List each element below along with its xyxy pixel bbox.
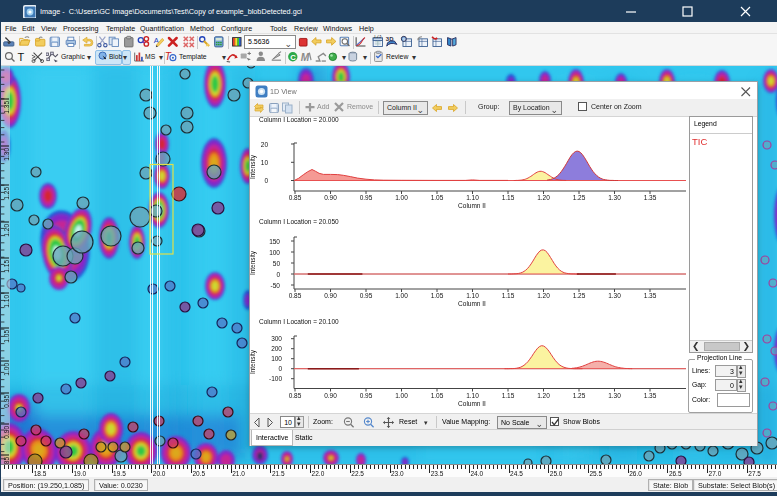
svg-text:1.05: 1.05 xyxy=(3,330,10,343)
svg-text:1.00: 1.00 xyxy=(395,194,408,201)
svg-text:Intensity: Intensity xyxy=(250,154,257,179)
svg-text:1.35: 1.35 xyxy=(644,194,657,201)
svg-text:200: 200 xyxy=(271,345,282,352)
svg-text:50: 50 xyxy=(273,260,281,267)
svg-text:Column I Location = 20.100: Column I Location = 20.100 xyxy=(259,318,339,325)
svg-text:1.10: 1.10 xyxy=(3,295,10,308)
svg-text:1.30: 1.30 xyxy=(608,194,621,201)
svg-text:0.90: 0.90 xyxy=(324,292,337,299)
svg-text:0.95: 0.95 xyxy=(360,194,373,201)
svg-text:Column II: Column II xyxy=(458,400,486,407)
svg-text:1.05: 1.05 xyxy=(431,392,444,399)
svg-text:T: T xyxy=(165,51,172,62)
svg-text:M: M xyxy=(301,52,310,63)
svg-text:Intensity: Intensity xyxy=(250,349,257,374)
svg-text:1.25: 1.25 xyxy=(573,292,586,299)
svg-text:Column I Location = 20.000: Column I Location = 20.000 xyxy=(259,117,339,123)
svg-text:0.85: 0.85 xyxy=(289,292,302,299)
svg-text:Column II: Column II xyxy=(458,202,486,209)
svg-text:1.30: 1.30 xyxy=(608,392,621,399)
svg-text:1.00: 1.00 xyxy=(395,292,408,299)
svg-text:0.95: 0.95 xyxy=(360,292,373,299)
svg-text:1.00: 1.00 xyxy=(3,363,10,376)
svg-text:1.30: 1.30 xyxy=(3,148,10,161)
svg-text:20: 20 xyxy=(261,141,269,148)
svg-text:1.20: 1.20 xyxy=(3,224,10,237)
svg-text:0.85: 0.85 xyxy=(289,194,302,201)
svg-text:1.25: 1.25 xyxy=(573,392,586,399)
svg-text:0.90: 0.90 xyxy=(324,392,337,399)
svg-text:1.05: 1.05 xyxy=(431,194,444,201)
svg-text:C: C xyxy=(290,53,296,62)
svg-text:0.85: 0.85 xyxy=(289,392,302,399)
svg-text:Column II: Column II xyxy=(458,300,486,307)
svg-text:1.25: 1.25 xyxy=(3,187,10,200)
svg-text:1.35: 1.35 xyxy=(644,292,657,299)
svg-text:0.95: 0.95 xyxy=(3,395,10,408)
svg-text:1.35: 1.35 xyxy=(644,392,657,399)
svg-text:1.15: 1.15 xyxy=(502,194,515,201)
svg-text:1.05: 1.05 xyxy=(431,292,444,299)
svg-text:1.20: 1.20 xyxy=(537,194,550,201)
svg-text:100: 100 xyxy=(269,249,280,256)
svg-text:-100: -100 xyxy=(269,375,282,382)
svg-text:1.15: 1.15 xyxy=(502,292,515,299)
svg-text:123: 123 xyxy=(374,35,382,39)
svg-text:0: 0 xyxy=(278,365,282,372)
svg-text:1.35: 1.35 xyxy=(3,101,10,114)
svg-text:1.20: 1.20 xyxy=(537,392,550,399)
svg-text:0: 0 xyxy=(276,271,280,278)
svg-text:100: 100 xyxy=(271,355,282,362)
svg-text:300: 300 xyxy=(271,335,282,342)
svg-text:0.90: 0.90 xyxy=(324,194,337,201)
svg-text:1.30: 1.30 xyxy=(608,292,621,299)
svg-text:1.00: 1.00 xyxy=(395,392,408,399)
svg-text:1.10: 1.10 xyxy=(466,194,479,201)
svg-text:0.95: 0.95 xyxy=(360,392,373,399)
svg-text:150: 150 xyxy=(269,238,280,245)
svg-text:10: 10 xyxy=(261,159,269,166)
svg-text:T: T xyxy=(18,51,25,63)
svg-text:0: 0 xyxy=(264,177,268,184)
svg-text:Column I Location = 20.050: Column I Location = 20.050 xyxy=(259,218,339,225)
svg-text:1.15: 1.15 xyxy=(3,260,10,273)
svg-text:1.15: 1.15 xyxy=(502,392,515,399)
svg-text:0.85: 0.85 xyxy=(3,457,10,464)
svg-text:Intensity: Intensity xyxy=(250,250,257,275)
svg-text:0.90: 0.90 xyxy=(3,426,10,439)
svg-text:-50: -50 xyxy=(271,282,281,289)
svg-text:1.25: 1.25 xyxy=(573,194,586,201)
svg-text:1.10: 1.10 xyxy=(466,392,479,399)
svg-text:1.10: 1.10 xyxy=(466,292,479,299)
svg-text:1.20: 1.20 xyxy=(537,292,550,299)
